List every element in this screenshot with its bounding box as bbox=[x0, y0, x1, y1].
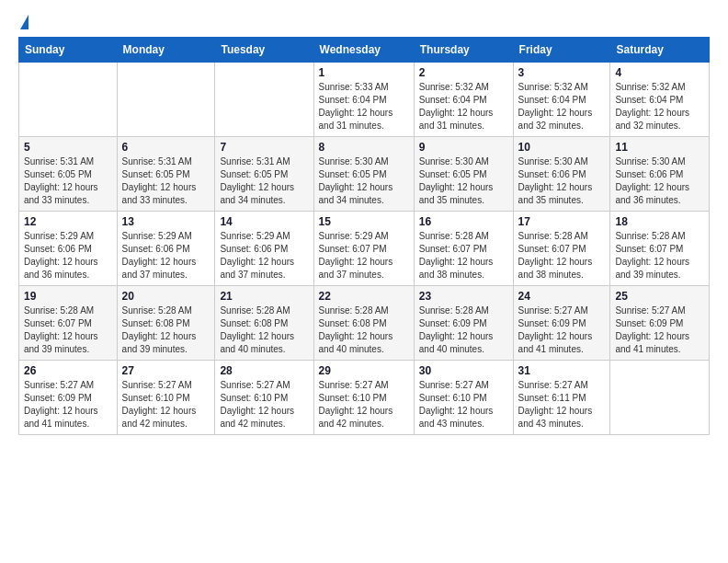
calendar-cell: 6Sunrise: 5:31 AM Sunset: 6:05 PM Daylig… bbox=[117, 137, 215, 212]
day-number: 3 bbox=[518, 66, 606, 79]
calendar-cell: 15Sunrise: 5:29 AM Sunset: 6:07 PM Dayli… bbox=[313, 212, 414, 286]
day-of-week-header: Monday bbox=[117, 38, 215, 63]
calendar-header: SundayMondayTuesdayWednesdayThursdayFrid… bbox=[19, 38, 710, 63]
day-info: Sunrise: 5:28 AM Sunset: 6:07 PM Dayligh… bbox=[419, 230, 508, 282]
day-number: 7 bbox=[220, 141, 308, 154]
day-info: Sunrise: 5:27 AM Sunset: 6:11 PM Dayligh… bbox=[518, 379, 606, 431]
calendar-week-row: 1Sunrise: 5:33 AM Sunset: 6:04 PM Daylig… bbox=[19, 63, 710, 137]
calendar-cell: 2Sunrise: 5:32 AM Sunset: 6:04 PM Daylig… bbox=[414, 63, 513, 137]
day-info: Sunrise: 5:28 AM Sunset: 6:09 PM Dayligh… bbox=[419, 304, 508, 356]
day-info: Sunrise: 5:32 AM Sunset: 6:04 PM Dayligh… bbox=[615, 81, 704, 132]
calendar-cell bbox=[610, 361, 710, 435]
day-info: Sunrise: 5:27 AM Sunset: 6:10 PM Dayligh… bbox=[319, 379, 409, 431]
day-info: Sunrise: 5:28 AM Sunset: 6:07 PM Dayligh… bbox=[518, 230, 606, 282]
calendar-cell bbox=[19, 63, 118, 137]
day-number: 27 bbox=[122, 364, 210, 377]
day-number: 23 bbox=[419, 290, 508, 303]
day-number: 16 bbox=[419, 215, 508, 228]
day-number: 14 bbox=[220, 215, 308, 228]
day-number: 11 bbox=[615, 141, 704, 154]
day-info: Sunrise: 5:30 AM Sunset: 6:05 PM Dayligh… bbox=[419, 155, 508, 207]
day-number: 17 bbox=[518, 215, 606, 228]
calendar-cell: 31Sunrise: 5:27 AM Sunset: 6:11 PM Dayli… bbox=[513, 361, 610, 435]
calendar-cell: 26Sunrise: 5:27 AM Sunset: 6:09 PM Dayli… bbox=[19, 361, 118, 435]
calendar-cell: 8Sunrise: 5:30 AM Sunset: 6:05 PM Daylig… bbox=[313, 137, 414, 212]
day-number: 13 bbox=[122, 215, 210, 228]
day-info: Sunrise: 5:27 AM Sunset: 6:09 PM Dayligh… bbox=[615, 304, 704, 356]
day-number: 22 bbox=[319, 290, 409, 303]
calendar-body: 1Sunrise: 5:33 AM Sunset: 6:04 PM Daylig… bbox=[19, 63, 710, 435]
days-of-week-row: SundayMondayTuesdayWednesdayThursdayFrid… bbox=[19, 38, 710, 63]
calendar-cell: 19Sunrise: 5:28 AM Sunset: 6:07 PM Dayli… bbox=[19, 286, 118, 361]
calendar-cell: 5Sunrise: 5:31 AM Sunset: 6:05 PM Daylig… bbox=[19, 137, 118, 212]
day-info: Sunrise: 5:29 AM Sunset: 6:06 PM Dayligh… bbox=[122, 230, 210, 282]
day-number: 19 bbox=[24, 290, 112, 303]
calendar-cell: 12Sunrise: 5:29 AM Sunset: 6:06 PM Dayli… bbox=[19, 212, 118, 286]
calendar-cell: 27Sunrise: 5:27 AM Sunset: 6:10 PM Dayli… bbox=[117, 361, 215, 435]
day-info: Sunrise: 5:28 AM Sunset: 6:08 PM Dayligh… bbox=[122, 304, 210, 356]
calendar-cell: 20Sunrise: 5:28 AM Sunset: 6:08 PM Dayli… bbox=[117, 286, 215, 361]
calendar-cell: 23Sunrise: 5:28 AM Sunset: 6:09 PM Dayli… bbox=[414, 286, 513, 361]
day-number: 15 bbox=[319, 215, 409, 228]
day-info: Sunrise: 5:30 AM Sunset: 6:06 PM Dayligh… bbox=[615, 155, 704, 207]
calendar-cell: 22Sunrise: 5:28 AM Sunset: 6:08 PM Dayli… bbox=[313, 286, 414, 361]
day-info: Sunrise: 5:32 AM Sunset: 6:04 PM Dayligh… bbox=[518, 81, 606, 132]
calendar-cell: 11Sunrise: 5:30 AM Sunset: 6:06 PM Dayli… bbox=[610, 137, 710, 212]
calendar-cell: 21Sunrise: 5:28 AM Sunset: 6:08 PM Dayli… bbox=[215, 286, 313, 361]
day-number: 28 bbox=[220, 364, 308, 377]
day-number: 6 bbox=[122, 141, 210, 154]
day-info: Sunrise: 5:33 AM Sunset: 6:04 PM Dayligh… bbox=[319, 81, 409, 132]
calendar-cell: 17Sunrise: 5:28 AM Sunset: 6:07 PM Dayli… bbox=[513, 212, 610, 286]
day-number: 10 bbox=[518, 141, 606, 154]
calendar-cell: 18Sunrise: 5:28 AM Sunset: 6:07 PM Dayli… bbox=[610, 212, 710, 286]
calendar-week-row: 5Sunrise: 5:31 AM Sunset: 6:05 PM Daylig… bbox=[19, 137, 710, 212]
day-info: Sunrise: 5:30 AM Sunset: 6:05 PM Dayligh… bbox=[319, 155, 409, 207]
calendar-cell: 25Sunrise: 5:27 AM Sunset: 6:09 PM Dayli… bbox=[610, 286, 710, 361]
day-info: Sunrise: 5:28 AM Sunset: 6:07 PM Dayligh… bbox=[24, 304, 112, 356]
day-info: Sunrise: 5:29 AM Sunset: 6:06 PM Dayligh… bbox=[24, 230, 112, 282]
day-number: 18 bbox=[615, 215, 704, 228]
day-number: 29 bbox=[319, 364, 409, 377]
day-number: 30 bbox=[419, 364, 508, 377]
day-info: Sunrise: 5:31 AM Sunset: 6:05 PM Dayligh… bbox=[122, 155, 210, 207]
day-info: Sunrise: 5:31 AM Sunset: 6:05 PM Dayligh… bbox=[220, 155, 308, 207]
day-number: 9 bbox=[419, 141, 508, 154]
day-info: Sunrise: 5:28 AM Sunset: 6:08 PM Dayligh… bbox=[220, 304, 308, 356]
day-number: 21 bbox=[220, 290, 308, 303]
calendar-cell bbox=[117, 63, 215, 137]
day-info: Sunrise: 5:27 AM Sunset: 6:10 PM Dayligh… bbox=[122, 379, 210, 431]
calendar-cell: 1Sunrise: 5:33 AM Sunset: 6:04 PM Daylig… bbox=[313, 63, 414, 137]
day-info: Sunrise: 5:29 AM Sunset: 6:07 PM Dayligh… bbox=[319, 230, 409, 282]
day-info: Sunrise: 5:29 AM Sunset: 6:06 PM Dayligh… bbox=[220, 230, 308, 282]
calendar-cell: 28Sunrise: 5:27 AM Sunset: 6:10 PM Dayli… bbox=[215, 361, 313, 435]
day-number: 20 bbox=[122, 290, 210, 303]
day-info: Sunrise: 5:31 AM Sunset: 6:05 PM Dayligh… bbox=[24, 155, 112, 207]
calendar-cell bbox=[215, 63, 313, 137]
day-number: 12 bbox=[24, 215, 112, 228]
day-number: 8 bbox=[319, 141, 409, 154]
day-number: 5 bbox=[24, 141, 112, 154]
day-of-week-header: Sunday bbox=[19, 38, 118, 63]
calendar-cell: 24Sunrise: 5:27 AM Sunset: 6:09 PM Dayli… bbox=[513, 286, 610, 361]
day-of-week-header: Wednesday bbox=[313, 38, 414, 63]
day-number: 31 bbox=[518, 364, 606, 377]
day-info: Sunrise: 5:27 AM Sunset: 6:09 PM Dayligh… bbox=[518, 304, 606, 356]
day-of-week-header: Tuesday bbox=[215, 38, 313, 63]
calendar-cell: 16Sunrise: 5:28 AM Sunset: 6:07 PM Dayli… bbox=[414, 212, 513, 286]
day-of-week-header: Thursday bbox=[414, 38, 513, 63]
calendar-week-row: 26Sunrise: 5:27 AM Sunset: 6:09 PM Dayli… bbox=[19, 361, 710, 435]
day-info: Sunrise: 5:27 AM Sunset: 6:10 PM Dayligh… bbox=[220, 379, 308, 431]
day-info: Sunrise: 5:32 AM Sunset: 6:04 PM Dayligh… bbox=[419, 81, 508, 132]
logo bbox=[18, 15, 28, 29]
calendar-cell: 3Sunrise: 5:32 AM Sunset: 6:04 PM Daylig… bbox=[513, 63, 610, 137]
calendar-cell: 4Sunrise: 5:32 AM Sunset: 6:04 PM Daylig… bbox=[610, 63, 710, 137]
page-header bbox=[18, 15, 710, 29]
calendar-table: SundayMondayTuesdayWednesdayThursdayFrid… bbox=[18, 37, 710, 435]
day-of-week-header: Friday bbox=[513, 38, 610, 63]
day-number: 24 bbox=[518, 290, 606, 303]
day-info: Sunrise: 5:28 AM Sunset: 6:07 PM Dayligh… bbox=[615, 230, 704, 282]
day-info: Sunrise: 5:30 AM Sunset: 6:06 PM Dayligh… bbox=[518, 155, 606, 207]
calendar-cell: 29Sunrise: 5:27 AM Sunset: 6:10 PM Dayli… bbox=[313, 361, 414, 435]
day-info: Sunrise: 5:28 AM Sunset: 6:08 PM Dayligh… bbox=[319, 304, 409, 356]
calendar-week-row: 19Sunrise: 5:28 AM Sunset: 6:07 PM Dayli… bbox=[19, 286, 710, 361]
